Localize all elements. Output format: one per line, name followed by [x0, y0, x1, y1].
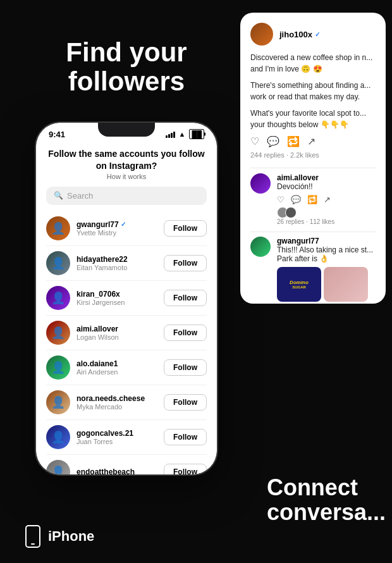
- share-icon[interactable]: ↗: [307, 135, 315, 147]
- user-row: 👤 kiran_0706x Kirsi Jørgensen Follow: [46, 281, 207, 316]
- user-avatar: 👤: [46, 321, 70, 345]
- user-info: gogoncalves.21 Juan Torres: [77, 429, 164, 445]
- user-real-name: Logan Wilson: [77, 333, 164, 341]
- heart-icon[interactable]: ♡: [250, 135, 259, 147]
- battery-icon: ██: [189, 129, 204, 139]
- user-avatar: 👤: [46, 286, 70, 310]
- comment-1-avatar: [250, 173, 271, 194]
- stacked-avatars: [277, 207, 376, 218]
- user-avatar: 👤: [46, 425, 70, 449]
- user-row: 👤 gogoncalves.21 Juan Torres Follow: [46, 420, 207, 455]
- c1-repost-icon[interactable]: 🔁: [307, 195, 317, 204]
- connect-line1: Connect: [267, 474, 358, 500]
- feed-card: jiho100x ✓ Discovered a new coffee shop …: [240, 13, 386, 304]
- phone-notch: [98, 123, 155, 137]
- phone-mockup: 9:41 ▲ ██ Follow the same ac: [35, 121, 218, 476]
- iphone-label: iPhone: [25, 525, 94, 548]
- user-info: endoatthebeach: [77, 467, 164, 475]
- follow-button[interactable]: Follow: [164, 255, 207, 271]
- user-row: 👤 nora.needs.cheese Myka Mercado Follow: [46, 385, 207, 420]
- screen-title: Follow the same accounts you follow on I…: [46, 148, 207, 171]
- second-image: [324, 267, 368, 302]
- user-real-name: Yvette Mistry: [77, 229, 164, 237]
- user-handle: gwangurl77✓: [77, 220, 164, 229]
- comment-icon[interactable]: 💬: [267, 135, 279, 147]
- user-avatar: 👤: [46, 216, 70, 240]
- comment-2-images: Domino SUGAR: [277, 267, 376, 302]
- follow-button[interactable]: Follow: [164, 359, 207, 376]
- search-bar[interactable]: 🔍 Search: [46, 187, 207, 205]
- user-handle: endoatthebeach: [77, 467, 164, 475]
- user-avatar: 👤: [46, 460, 70, 475]
- follow-button[interactable]: Follow: [164, 220, 207, 237]
- user-info: alo.daiane1 Airi Andersen: [77, 359, 164, 376]
- wifi-icon: ▲: [179, 130, 186, 138]
- user-real-name: Kirsi Jørgensen: [77, 299, 164, 306]
- sa-2: [285, 207, 297, 218]
- domino-image: Domino SUGAR: [277, 267, 321, 302]
- comment-1-user: aimi.allover: [277, 173, 376, 182]
- comment-1: aimi.allover Devoción!! ♡ 💬 🔁 ↗ 26 repli…: [250, 173, 376, 225]
- headline: Find your followers: [0, 38, 253, 96]
- user-row: 👤 aimi.allover Logan Wilson Follow: [46, 316, 207, 350]
- user-info: aimi.allover Logan Wilson: [77, 325, 164, 341]
- follow-button[interactable]: Follow: [164, 429, 207, 445]
- c1-comment-icon[interactable]: 💬: [291, 195, 301, 204]
- user-handle: hidayathere22: [77, 255, 164, 264]
- post-text-2: There's something about finding a...work…: [250, 80, 376, 102]
- comment-1-content: aimi.allover Devoción!! ♡ 💬 🔁 ↗ 26 repli…: [277, 173, 376, 225]
- domino-text: Domino: [290, 280, 309, 285]
- c1-heart-icon[interactable]: ♡: [277, 195, 285, 204]
- sugar-text: SUGAR: [292, 285, 306, 289]
- user-handle: alo.daiane1: [77, 359, 164, 368]
- main-post-header: jiho100x ✓: [250, 23, 376, 46]
- status-icons: ▲ ██: [166, 129, 204, 139]
- search-icon: 🔍: [54, 191, 63, 200]
- search-input: Search: [67, 191, 93, 201]
- bottom-right-text: Connect conversa...: [267, 475, 386, 525]
- user-avatar: 👤: [46, 356, 70, 380]
- comment-1-stats: 26 replies · 112 likes: [277, 218, 376, 225]
- comment-2-text: This!!! Also taking a nice st... Park af…: [277, 245, 376, 263]
- user-verified-icon: ✓: [121, 221, 126, 228]
- domino-sign: Domino SUGAR: [277, 267, 321, 302]
- follow-button[interactable]: Follow: [164, 464, 207, 475]
- user-avatar: 👤: [46, 390, 70, 414]
- post-text-1: Discovered a new coffee shop in n...and …: [250, 52, 376, 75]
- comment-2-user: gwangurl77: [277, 237, 376, 245]
- post-text-3: What's your favorite local spot to...you…: [250, 108, 376, 130]
- left-panel: Find your followers 9:41 ▲ ██: [0, 0, 253, 563]
- user-real-name: Juan Torres: [77, 438, 164, 445]
- comment-2: gwangurl77 This!!! Also taking a nice st…: [250, 237, 376, 302]
- signal-icon: [166, 130, 175, 138]
- follow-button[interactable]: Follow: [164, 290, 207, 306]
- user-handle: gogoncalves.21: [77, 429, 164, 438]
- phone-screen: 9:41 ▲ ██ Follow the same ac: [36, 123, 217, 474]
- divider-1: [250, 168, 376, 168]
- divider-2: [250, 232, 376, 232]
- user-row: 👤 gwangurl77✓ Yvette Mistry Follow: [46, 211, 207, 246]
- post-stats: 244 replies · 2.2k likes: [250, 151, 376, 159]
- comment-1-actions: ♡ 💬 🔁 ↗: [277, 195, 376, 204]
- comment-2-content: gwangurl77 This!!! Also taking a nice st…: [277, 237, 376, 302]
- user-real-name: Eitan Yamamoto: [77, 264, 164, 271]
- repost-icon[interactable]: 🔁: [287, 135, 300, 147]
- verified-icon: ✓: [315, 31, 320, 38]
- follow-button[interactable]: Follow: [164, 325, 207, 341]
- status-time: 9:41: [49, 130, 65, 139]
- user-real-name: Airi Andersen: [77, 368, 164, 376]
- user-info: hidayathere22 Eitan Yamamoto: [77, 255, 164, 271]
- user-handle: nora.needs.cheese: [77, 394, 164, 403]
- user-row: 👤 endoatthebeach Follow: [46, 455, 207, 475]
- iphone-text: iPhone: [48, 528, 94, 545]
- user-info: kiran_0706x Kirsi Jørgensen: [77, 290, 164, 306]
- user-real-name: Myka Mercado: [77, 403, 164, 411]
- user-info: gwangurl77✓ Yvette Mistry: [77, 220, 164, 237]
- user-row: 👤 hidayathere22 Eitan Yamamoto Follow: [46, 246, 207, 281]
- user-handle: aimi.allover: [77, 325, 164, 333]
- screen-subtitle: How it works: [46, 173, 207, 180]
- follow-button[interactable]: Follow: [164, 394, 207, 411]
- main-post-avatar: [250, 23, 273, 46]
- connect-line2: conversa...: [267, 499, 386, 525]
- c1-share-icon[interactable]: ↗: [324, 195, 331, 204]
